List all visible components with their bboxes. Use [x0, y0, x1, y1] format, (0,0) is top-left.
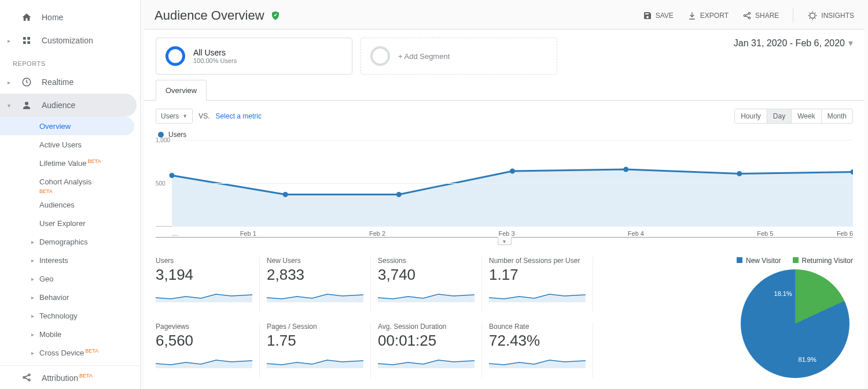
select-metric-link[interactable]: Select a metric: [216, 112, 262, 120]
sidebar-sub-label: Active Users: [39, 140, 82, 149]
metric-card-users[interactable]: Users3,194: [156, 257, 260, 312]
save-button[interactable]: SAVE: [643, 11, 674, 20]
svg-point-13: [170, 173, 175, 178]
sidebar-sub-cross-device[interactable]: ▸Cross DeviceBETA: [0, 343, 140, 362]
sidebar-sub-interests[interactable]: ▸Interests: [0, 251, 140, 269]
segment-all-users[interactable]: All Users 100.00% Users: [156, 38, 352, 75]
svg-point-17: [623, 167, 628, 172]
metric-value: 1.75: [267, 332, 363, 350]
sidebar-sub-label: Interests: [39, 256, 68, 265]
chart-x-tick: Feb 5: [701, 230, 830, 237]
segment-subtitle: 100.00% Users: [193, 57, 237, 64]
chevron-right-icon: ▸: [31, 294, 34, 301]
sidebar: Home ▸ Customization REPORTS ▸ Realtime …: [0, 0, 141, 389]
svg-point-8: [28, 379, 30, 381]
metric-label: Users: [156, 257, 252, 265]
vs-label: VS.: [198, 112, 209, 120]
metric-card-number-of-sessions-per-user[interactable]: Number of Sessions per User1.17: [489, 257, 593, 312]
sidebar-item-label: Customization: [42, 36, 93, 45]
date-range-text: Jan 31, 2020 - Feb 6, 2020: [734, 38, 845, 49]
chart-expand-toggle[interactable]: ▾: [498, 237, 512, 245]
app-root: Home ▸ Customization REPORTS ▸ Realtime …: [0, 0, 868, 389]
sidebar-sub-label: Overview: [39, 122, 71, 131]
metric-value: 00:01:25: [378, 332, 475, 350]
line-chart[interactable]: 5001,000: [156, 140, 853, 227]
chart-x-tick: …: [172, 230, 183, 237]
customization-icon: [21, 35, 32, 46]
header-actions: SAVE EXPORT SHARE INSIGHTS: [643, 9, 854, 23]
metric-card-sessions[interactable]: Sessions3,740: [378, 257, 482, 312]
sidebar-sub-user-explorer[interactable]: User Explorer: [0, 214, 140, 232]
chart-y-tick: 1,000: [156, 137, 170, 143]
share-icon: [742, 11, 752, 20]
pie-slice-label: 18.1%: [774, 290, 792, 297]
save-label: SAVE: [656, 12, 674, 20]
tabs: Overview: [144, 79, 865, 101]
metric-value: 3,194: [156, 266, 252, 284]
sidebar-item-attribution[interactable]: AttributionBETA: [0, 366, 140, 389]
metric-label: Pages / Session: [267, 323, 363, 331]
sidebar-sub-lifetime-value[interactable]: Lifetime ValueBETA: [0, 154, 140, 172]
metric-value: 72.43%: [489, 332, 586, 350]
sidebar-sub-active-users[interactable]: Active Users: [0, 135, 140, 154]
chevron-down-icon: ▾: [6, 102, 12, 109]
granularity-week[interactable]: Week: [791, 109, 821, 123]
metric-label: Avg. Session Duration: [378, 323, 475, 331]
sidebar-sub-label: Lifetime ValueBETA: [39, 158, 101, 168]
chart-y-tick: 500: [156, 180, 165, 187]
sidebar-sub-demographics[interactable]: ▸Demographics: [0, 232, 140, 251]
metric-label: Bounce Rate: [489, 323, 586, 331]
sidebar-sub-geo[interactable]: ▸Geo: [0, 269, 140, 288]
granularity-hourly[interactable]: Hourly: [735, 109, 767, 123]
home-icon: [21, 12, 32, 23]
chevron-right-icon: ▸: [6, 79, 12, 86]
segment-title: All Users: [193, 48, 237, 57]
chart-x-axis: …Feb 1Feb 2Feb 3Feb 4Feb 5Feb 6: [156, 227, 853, 238]
metric-card-bounce-rate[interactable]: Bounce Rate72.43%: [489, 323, 593, 378]
metric-value: 1.17: [489, 266, 586, 284]
svg-point-15: [396, 192, 402, 197]
metric-value: 3,740: [378, 266, 475, 284]
metric-select[interactable]: Users ▼: [156, 109, 193, 124]
chevron-right-icon: ▸: [31, 331, 34, 338]
insights-button[interactable]: INSIGHTS: [807, 10, 854, 21]
svg-point-5: [25, 102, 28, 105]
chevron-right-icon: ▸: [31, 239, 34, 245]
metric-card-new-users[interactable]: New Users2,833: [267, 257, 371, 312]
tab-overview[interactable]: Overview: [156, 80, 207, 101]
sidebar-item-label: Home: [42, 13, 63, 22]
svg-rect-2: [23, 41, 26, 44]
date-range-picker[interactable]: Jan 31, 2020 - Feb 6, 2020 ▾: [734, 38, 853, 49]
svg-point-6: [23, 377, 25, 379]
share-button[interactable]: SHARE: [742, 11, 779, 20]
metric-card-pages-session[interactable]: Pages / Session1.75: [267, 323, 371, 378]
sidebar-item-home[interactable]: Home: [0, 6, 140, 29]
chart-legend-label: Users: [168, 131, 186, 139]
segment-add[interactable]: + Add Segment: [361, 38, 557, 75]
sidebar-sub-overview[interactable]: Overview: [0, 117, 134, 135]
sidebar-item-customization[interactable]: ▸ Customization: [0, 29, 140, 52]
granularity-month[interactable]: Month: [821, 109, 852, 123]
sidebar-sub-label: User Explorer: [39, 219, 85, 228]
sidebar-item-audience[interactable]: ▾ Audience: [0, 94, 137, 117]
sidebar-sub-technology[interactable]: ▸Technology: [0, 306, 140, 325]
sidebar-sub-audiences[interactable]: Audiences: [0, 195, 140, 214]
metric-label: Number of Sessions per User: [489, 257, 586, 265]
chart-controls: Users ▼ VS. Select a metric HourlyDayWee…: [144, 101, 865, 128]
export-button[interactable]: EXPORT: [687, 11, 729, 20]
sidebar-sub-behavior[interactable]: ▸Behavior: [0, 288, 140, 306]
metric-label: New Users: [267, 257, 363, 265]
segment-circle-icon: [370, 46, 390, 66]
pie-legend: New VisitorReturning Visitor: [737, 257, 853, 265]
svg-point-7: [28, 374, 30, 376]
sidebar-sub-mobile[interactable]: ▸Mobile: [0, 325, 140, 343]
visitor-pie-chart[interactable]: 18.1%81.9%: [741, 269, 849, 378]
metric-card-pageviews[interactable]: Pageviews6,560: [156, 323, 260, 378]
metrics-row: Users3,194 New Users2,833 Sessions3,740 …: [144, 245, 865, 378]
sidebar-item-realtime[interactable]: ▸ Realtime: [0, 71, 140, 94]
beta-badge: BETA: [0, 187, 140, 195]
metric-card-avg-session-duration[interactable]: Avg. Session Duration00:01:25: [378, 323, 482, 378]
granularity-day[interactable]: Day: [767, 109, 791, 123]
sidebar-sub-label: Mobile: [39, 330, 61, 339]
chevron-down-icon: ▼: [182, 113, 187, 119]
